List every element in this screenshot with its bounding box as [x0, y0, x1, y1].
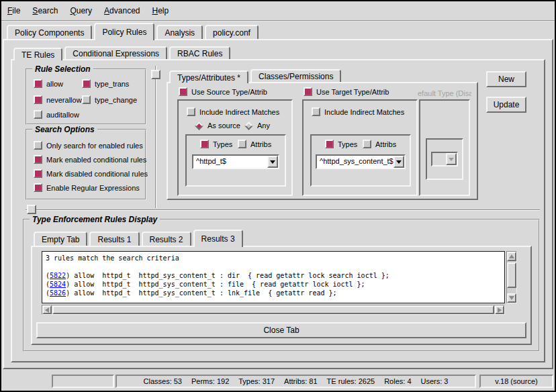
search-options-group: Search Options Only search for enabled r… — [26, 129, 146, 200]
default-type-combobox — [431, 152, 458, 166]
stat-perms: Perms: 192 — [191, 377, 229, 385]
tab-types-attributes[interactable]: Types/Attributes * — [169, 70, 248, 83]
checkbox-allow[interactable]: allow — [34, 79, 63, 88]
tab-rbac-rules[interactable]: RBAC Rules — [169, 46, 230, 59]
default-type-box — [426, 138, 463, 180]
arrow-down-icon — [509, 296, 514, 300]
checkbox-target-attribs[interactable]: Attribs — [363, 140, 396, 148]
scroll-down-icon[interactable] — [507, 293, 516, 303]
checkbox-label: Types — [338, 140, 357, 148]
checkbox-indicator — [34, 169, 42, 178]
rule-selection-group: Rule Selection allow type_trans neverall… — [26, 68, 146, 125]
horizontal-scrollbar[interactable] — [42, 305, 505, 315]
scroll-left-icon[interactable] — [42, 305, 52, 314]
checkbox-label: type_trans — [95, 80, 129, 88]
menu-advanced[interactable]: Advanced — [98, 5, 146, 17]
rule-selection-title: Rule Selection — [32, 64, 93, 74]
vertical-sash-handle[interactable] — [151, 70, 160, 79]
checkbox-label: Types — [213, 140, 232, 148]
checkbox-source-indirect[interactable]: Include Indirect Matches — [187, 107, 279, 116]
checkbox-indicator — [304, 87, 312, 96]
rule-id-link[interactable]: 5826 — [50, 289, 66, 297]
checkbox-neverallow[interactable]: neverallow — [34, 95, 82, 104]
checkbox-use-target-type[interactable]: Use Target Type/Attrib — [304, 87, 389, 96]
checkbox-label: Mark enabled conditional rules — [46, 156, 146, 164]
source-type-combobox[interactable]: ^httpd_t$ — [192, 154, 279, 169]
tab-results-3[interactable]: Results 3 — [193, 230, 243, 247]
tab-results-1[interactable]: Results 1 — [89, 232, 139, 246]
horizontal-sash-handle[interactable] — [27, 205, 36, 214]
target-type-combobox[interactable]: ^httpd_sys_content_t$ — [316, 154, 406, 169]
checkbox-type-trans[interactable]: type_trans — [82, 79, 129, 88]
source-type-frame: Include Indirect Matches As source Any T… — [177, 99, 293, 196]
tab-policy-rules[interactable]: Policy Rules — [94, 23, 154, 40]
checkbox-source-attribs[interactable]: Attribs — [238, 140, 271, 148]
checkbox-use-source-type[interactable]: Use Source Type/Attrib — [179, 87, 267, 96]
menu-help[interactable]: Help — [146, 5, 175, 17]
default-type-frame — [419, 99, 470, 196]
radio-as-source[interactable]: As source — [195, 121, 240, 130]
stat-roles: Roles: 4 — [384, 377, 411, 385]
rule-line: (5822) allow httpd_t httpd_sys_content_t… — [46, 271, 501, 280]
tab-policy-conf[interactable]: policy.conf — [205, 25, 259, 39]
checkbox-type-change[interactable]: type_change — [82, 95, 137, 104]
tab-results-2[interactable]: Results 2 — [142, 232, 191, 246]
tab-policy-components[interactable]: Policy Components — [7, 25, 92, 39]
checkbox-mark-enabled-conditional[interactable]: Mark enabled conditional rules — [34, 155, 146, 164]
vertical-scrollbar[interactable] — [506, 251, 517, 303]
menu-file[interactable]: File — [1, 5, 26, 17]
combobox-value — [432, 153, 446, 165]
checkbox-source-types[interactable]: Types — [200, 140, 232, 148]
close-tab-button[interactable]: Close Tab — [36, 322, 526, 338]
checkbox-indicator — [34, 95, 42, 104]
results-tab-bar: Empty Tab Results 1 Results 2 Results 3 — [34, 230, 245, 247]
target-type-frame: Include Indirect Matches Types Attribs ^… — [302, 99, 418, 196]
type-attr-tab-bar: Types/Attributes * Classes/Permissions — [169, 67, 343, 83]
radio-indicator — [244, 121, 253, 130]
scroll-right-icon[interactable] — [495, 305, 504, 314]
checkbox-mark-disabled-conditional[interactable]: Mark disabled conditional rules — [34, 169, 148, 178]
tab-te-rules[interactable]: TE Rules — [13, 48, 62, 60]
update-button[interactable]: Update — [486, 97, 526, 113]
radio-indicator — [195, 121, 203, 130]
checkbox-label: Enable Regular Expressions — [46, 184, 140, 192]
chevron-down-icon — [270, 160, 275, 164]
tab-empty[interactable]: Empty Tab — [34, 232, 87, 246]
dropdown-arrow-icon[interactable] — [393, 156, 404, 168]
checkbox-indicator — [179, 87, 187, 96]
menu-search[interactable]: Search — [26, 5, 64, 17]
tab-conditional-expressions[interactable]: Conditional Expressions — [64, 46, 167, 59]
arrow-right-icon — [498, 307, 502, 313]
checkbox-auditallow[interactable]: auditallow — [34, 110, 79, 119]
horizontal-pane-divider[interactable] — [26, 209, 540, 211]
checkbox-indicator — [200, 140, 209, 148]
chevron-down-icon — [396, 160, 402, 164]
results-text-area[interactable]: 3 rules match the search criteria (5822)… — [42, 251, 505, 303]
radio-any[interactable]: Any — [244, 121, 270, 130]
results-page: 3 rules match the search criteria (5822)… — [31, 246, 532, 345]
new-button[interactable]: New — [486, 71, 526, 87]
menu-query[interactable]: Query — [64, 5, 98, 17]
status-version: v.18 (source) — [479, 375, 553, 388]
checkbox-indicator — [238, 140, 246, 148]
checkbox-indicator — [34, 155, 42, 164]
checkbox-indicator — [82, 95, 91, 104]
checkbox-target-indirect[interactable]: Include Indirect Matches — [312, 107, 404, 116]
radio-label: Any — [257, 121, 270, 130]
rule-id-link[interactable]: 5824 — [50, 281, 66, 288]
dropdown-arrow-icon[interactable] — [267, 156, 278, 168]
tab-analysis[interactable]: Analysis — [156, 25, 203, 39]
checkbox-target-types[interactable]: Types — [325, 140, 357, 148]
rule-text: ) allow httpd_t httpd_sys_content_t : fi… — [66, 281, 365, 288]
horizontal-scrollbar-thumb[interactable] — [52, 305, 494, 314]
checkbox-label: Include Indirect Matches — [199, 108, 279, 116]
scroll-up-icon[interactable] — [507, 252, 516, 261]
vertical-pane-divider[interactable] — [155, 66, 156, 208]
rule-id-link[interactable]: 5822 — [50, 272, 66, 279]
vertical-scrollbar-thumb[interactable] — [507, 262, 516, 288]
tab-classes-permissions[interactable]: Classes/Permissions — [250, 69, 341, 82]
checkbox-enable-regex[interactable]: Enable Regular Expressions — [34, 183, 140, 192]
dropdown-arrow-icon — [446, 153, 457, 165]
checkbox-only-enabled-rules[interactable]: Only search for enabled rules — [34, 141, 143, 150]
checkbox-label: Attribs — [250, 140, 271, 148]
